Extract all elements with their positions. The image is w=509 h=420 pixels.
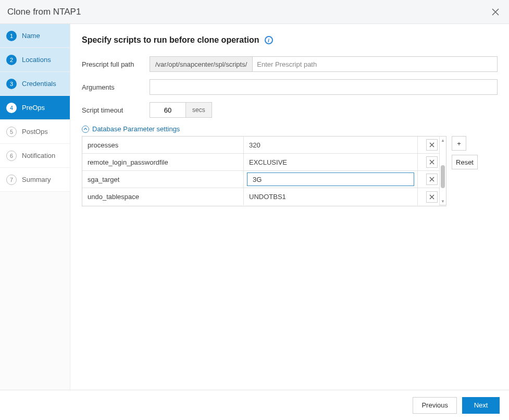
step-label: Notification [22,152,55,159]
timeout-group: secs [150,102,212,118]
step-label: Summary [22,176,51,183]
step-number: 2 [6,55,17,65]
param-value[interactable]: 320 [244,137,418,153]
db-params-side-buttons: + Reset [452,136,478,169]
scroll-up-icon[interactable]: ▲ [440,137,446,144]
wizard-step-summary[interactable]: 7Summary [0,168,70,192]
param-value[interactable]: EXCLUSIVE [244,154,418,170]
timeout-unit: secs [186,102,212,118]
timeout-label: Script timeout [82,106,150,114]
param-name[interactable]: undo_tablespace [82,188,244,205]
step-label: PostOps [22,128,48,135]
param-value[interactable] [244,171,418,188]
scroll-down-icon[interactable]: ▼ [440,197,446,205]
prescript-prefix: /var/opt/snapcenter/spl/scripts/ [150,56,252,72]
param-name[interactable]: sga_target [82,171,244,188]
previous-button[interactable]: Previous [413,397,457,414]
wizard-step-postops[interactable]: 5PostOps [0,120,70,144]
db-params-grid: processes320remote_login_passwordfileEXC… [82,136,446,206]
arguments-label: Arguments [82,83,150,91]
step-number: 6 [6,151,17,161]
prescript-input[interactable] [252,56,498,72]
wizard-step-notification[interactable]: 6Notification [0,144,70,168]
add-param-button[interactable]: + [452,136,466,151]
prescript-group: /var/opt/snapcenter/spl/scripts/ [150,56,498,72]
prescript-row: Prescript full path /var/opt/snapcenter/… [82,56,498,72]
wizard-step-credentials[interactable]: 3Credentials [0,72,70,96]
delete-row-button[interactable] [426,139,438,151]
timeout-row: Script timeout secs [82,102,498,118]
clone-dialog: Clone from NTAP1 1Name2Locations3Credent… [0,0,509,420]
scrollbar-track[interactable] [440,144,446,197]
db-params-rows: processes320remote_login_passwordfileEXC… [82,137,446,206]
titlebar: Clone from NTAP1 [0,0,509,24]
step-label: PreOps [22,104,45,112]
param-value-input[interactable] [247,172,414,186]
db-params-toggle[interactable]: Database Parameter settings [82,125,498,133]
prescript-label: Prescript full path [82,60,150,68]
delete-row-button[interactable] [426,156,438,168]
step-label: Name [22,32,40,40]
param-value[interactable]: UNDOTBS1 [244,188,418,205]
step-number: 5 [6,127,17,137]
arguments-input[interactable] [150,79,498,95]
table-row: sga_target [82,171,446,188]
table-row: processes320 [82,137,446,154]
dialog-footer: Previous Next [0,390,509,420]
step-number: 3 [6,79,17,89]
reset-params-button[interactable]: Reset [452,155,478,169]
table-row: undo_tablespaceUNDOTBS1 [82,188,446,205]
main-panel: Specify scripts to run before clone oper… [70,24,509,390]
step-number: 1 [6,31,17,41]
section-title: Specify scripts to run before clone oper… [82,35,498,45]
param-name[interactable]: processes [82,137,244,153]
wizard-step-name[interactable]: 1Name [0,24,70,48]
table-row: remote_login_passwordfileEXCLUSIVE [82,154,446,171]
close-icon[interactable] [489,6,502,18]
chevron-up-icon [82,126,89,133]
step-label: Locations [22,56,51,64]
scrollbar-vertical[interactable]: ▲ ▼ [439,136,446,205]
info-icon[interactable]: i [265,36,273,44]
dialog-title: Clone from NTAP1 [7,7,489,17]
db-params-area: processes320remote_login_passwordfileEXC… [82,136,498,206]
db-params-grid-wrap: processes320remote_login_passwordfileEXC… [82,136,446,206]
next-button[interactable]: Next [462,397,500,414]
timeout-input[interactable] [150,102,186,118]
delete-row-button[interactable] [426,191,438,203]
db-params-header: Database Parameter settings [92,125,180,133]
wizard-sidebar: 1Name2Locations3Credentials4PreOps5PostO… [0,24,70,390]
param-name[interactable]: remote_login_passwordfile [82,154,244,170]
arguments-row: Arguments [82,79,498,95]
section-title-text: Specify scripts to run before clone oper… [82,35,259,45]
step-number: 4 [6,103,17,113]
delete-row-button[interactable] [426,174,438,185]
step-number: 7 [6,175,17,185]
dialog-body: 1Name2Locations3Credentials4PreOps5PostO… [0,24,509,390]
wizard-step-locations[interactable]: 2Locations [0,48,70,72]
wizard-step-preops[interactable]: 4PreOps [0,96,70,120]
scrollbar-thumb[interactable] [441,165,445,188]
step-label: Credentials [22,80,56,88]
